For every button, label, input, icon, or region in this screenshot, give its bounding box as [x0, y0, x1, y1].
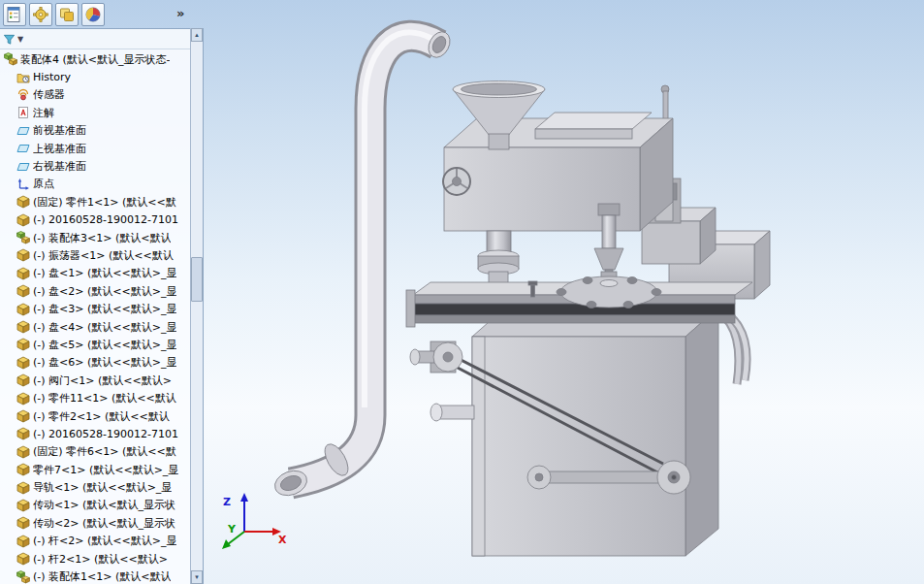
- assembly-icon: [4, 52, 17, 66]
- tree-item-label: 传动<1> (默认<默认_显示状: [33, 498, 175, 512]
- part-icon: [16, 427, 30, 440]
- tree-item-label: (-) 盘<4> (默认<<默认>_显: [33, 320, 176, 335]
- propertymanager-tab-icon: [32, 6, 49, 23]
- tree-item-assembly-root[interactable]: 装配体4 (默认<默认_显示状态-: [0, 50, 190, 68]
- tree-item-label: 上视基准面: [33, 142, 86, 156]
- part-icon: [16, 535, 30, 548]
- tree-item-component[interactable]: (-) 盘<4> (默认<<默认>_显: [0, 318, 190, 336]
- assembly-icon: [16, 570, 30, 584]
- tree-item-component[interactable]: (-) 盘<6> (默认<<默认>_显: [0, 354, 190, 372]
- tree-item-sensors[interactable]: 传感器: [0, 86, 190, 104]
- part-icon: [16, 409, 30, 423]
- origin-icon: [16, 178, 30, 191]
- tree-item-component[interactable]: (-) 阀门<1> (默认<<默认>: [0, 372, 190, 389]
- part-icon: [16, 481, 30, 495]
- part-icon: [16, 392, 30, 406]
- tree-item-component[interactable]: (-) 盘<1> (默认<<默认>_显: [0, 265, 190, 282]
- panel-expand-button[interactable]: »: [176, 6, 184, 20]
- part-icon: [16, 338, 30, 351]
- tree-item-component[interactable]: (-) 装配体3<1> (默认<默认: [0, 229, 190, 246]
- tree-item-label: 注解: [33, 106, 54, 120]
- tree-item-label: (-) 振荡器<1> (默认<<默认: [33, 248, 174, 263]
- tree-item-history[interactable]: History: [0, 68, 190, 85]
- tree-item-label: 导轨<1> (默认<<默认>_显: [33, 480, 172, 495]
- assembly-icon: [16, 231, 30, 244]
- tree-item-component[interactable]: (-) 零件11<1> (默认<<默认: [0, 389, 190, 406]
- tree-item-label: 前视基准面: [33, 123, 86, 138]
- displaymanager-tab-icon: [84, 6, 102, 23]
- tree-item-label: (固定) 零件6<1> (默认<<默: [33, 444, 176, 459]
- tree-item-component[interactable]: (-) 振荡器<1> (默认<<默认: [0, 246, 190, 264]
- tree-item-component[interactable]: (-) 20160528-190012-7101: [0, 425, 190, 442]
- tab-displaymanager[interactable]: [81, 3, 105, 26]
- tree-item-label: (-) 杆<2> (默认<<默认>_显: [33, 534, 176, 548]
- origin-triad: Z X Y: [222, 493, 287, 549]
- tree-item-label: 零件7<1> (默认<<默认>_显: [33, 463, 178, 477]
- panel-tab-bar: [3, 3, 105, 26]
- tree-item-label: (-) 盘<1> (默认<<默认>_显: [33, 266, 176, 280]
- tree-item-annotations[interactable]: 注解: [0, 104, 190, 121]
- tree-item-label: (-) 20160528-190012-7101: [33, 428, 178, 440]
- tree-item-label: (-) 零件2<1> (默认<<默认: [33, 409, 170, 424]
- tree-item-top-plane[interactable]: 上视基准面: [0, 140, 190, 157]
- tree-item-component[interactable]: (-) 20160528-190012-7101: [0, 211, 190, 229]
- tree-item-right-plane[interactable]: 右视基准面: [0, 157, 190, 175]
- tree-item-component[interactable]: (-) 装配体1<1> (默认<默认: [0, 568, 190, 584]
- tree-item-component[interactable]: (-) 盘<5> (默认<<默认>_显: [0, 336, 190, 353]
- tree-item-label: (-) 装配体3<1> (默认<默认: [33, 231, 171, 245]
- filter-dropdown-arrow: ▼: [17, 35, 23, 44]
- solidworks-window: Z X Y » ▼ 装配体4 (默认<默认_显示状态- History 传感器 …: [0, 0, 924, 584]
- sensors-icon: [16, 88, 30, 102]
- history-folder-icon: [16, 71, 30, 84]
- part-icon: [16, 213, 30, 227]
- tree-item-label: (-) 盘<3> (默认<<默认>_显: [33, 302, 176, 316]
- part-icon: [16, 516, 30, 530]
- part-icon: [16, 284, 30, 298]
- part-icon: [16, 373, 30, 387]
- part-icon: [16, 195, 30, 209]
- feature-tree: 装配体4 (默认<默认_显示状态- History 传感器 注解 前视基准面 上…: [0, 49, 190, 584]
- tree-item-origin[interactable]: 原点: [0, 176, 190, 193]
- part-icon: [16, 445, 30, 459]
- tree-item-component[interactable]: 导轨<1> (默认<<默认>_显: [0, 478, 190, 496]
- triad-x-label: X: [278, 534, 287, 546]
- part-icon: [16, 303, 30, 316]
- featuremanager-tab-icon: [6, 6, 23, 23]
- tree-item-component[interactable]: (-) 盘<3> (默认<<默认>_显: [0, 300, 190, 317]
- tree-item-label: (-) 盘<2> (默认<<默认>_显: [33, 284, 176, 299]
- part-icon: [16, 248, 30, 262]
- tree-item-component[interactable]: (-) 盘<2> (默认<<默认>_显: [0, 282, 190, 300]
- scrollbar-down-button[interactable]: ▼: [191, 570, 203, 584]
- tree-scrollbar[interactable]: ▲ ▼: [190, 28, 204, 584]
- tree-filter-dropdown[interactable]: ▼: [0, 29, 190, 49]
- tree-item-component[interactable]: (固定) 零件6<1> (默认<<默: [0, 443, 190, 461]
- tree-item-label: 传感器: [33, 87, 65, 102]
- tree-item-component[interactable]: 传动<2> (默认<默认_显示状: [0, 514, 190, 532]
- tree-item-label: (-) 阀门<1> (默认<<默认>: [33, 373, 172, 388]
- tree-item-front-plane[interactable]: 前视基准面: [0, 122, 190, 140]
- tab-configurationmanager[interactable]: [55, 3, 79, 26]
- plane-icon: [16, 142, 30, 155]
- tree-item-label: (-) 零件11<1> (默认<<默认: [33, 391, 176, 406]
- tab-propertymanager[interactable]: [29, 3, 52, 26]
- tree-item-component[interactable]: (-) 零件2<1> (默认<<默认: [0, 407, 190, 425]
- plane-icon: [16, 124, 30, 138]
- part-icon: [16, 499, 30, 512]
- tree-item-label: 传动<2> (默认<默认_显示状: [33, 516, 175, 531]
- featuremanager-panel: ▼ 装配体4 (默认<默认_显示状态- History 传感器 注解 前视基准面…: [0, 28, 190, 584]
- part-icon: [16, 267, 30, 280]
- part-icon: [16, 356, 30, 370]
- tree-item-component[interactable]: 零件7<1> (默认<<默认>_显: [0, 461, 190, 478]
- tree-item-component[interactable]: (-) 杆<2> (默认<<默认>_显: [0, 533, 190, 550]
- tab-featuremanager[interactable]: [3, 3, 26, 26]
- tree-item-component[interactable]: 传动<1> (默认<默认_显示状: [0, 497, 190, 514]
- plane-icon: [16, 160, 30, 174]
- scrollbar-thumb[interactable]: [191, 257, 203, 302]
- configurationmanager-tab-icon: [58, 6, 76, 23]
- tree-item-component[interactable]: (-) 杆2<1> (默认<<默认>: [0, 550, 190, 568]
- scrollbar-up-button[interactable]: ▲: [191, 28, 203, 42]
- part-icon: [16, 552, 30, 566]
- tree-item-component[interactable]: (固定) 零件1<1> (默认<<默: [0, 193, 190, 211]
- tree-item-label: (-) 杆2<1> (默认<<默认>: [33, 552, 168, 567]
- tree-item-label: (-) 装配体1<1> (默认<默认: [33, 569, 171, 584]
